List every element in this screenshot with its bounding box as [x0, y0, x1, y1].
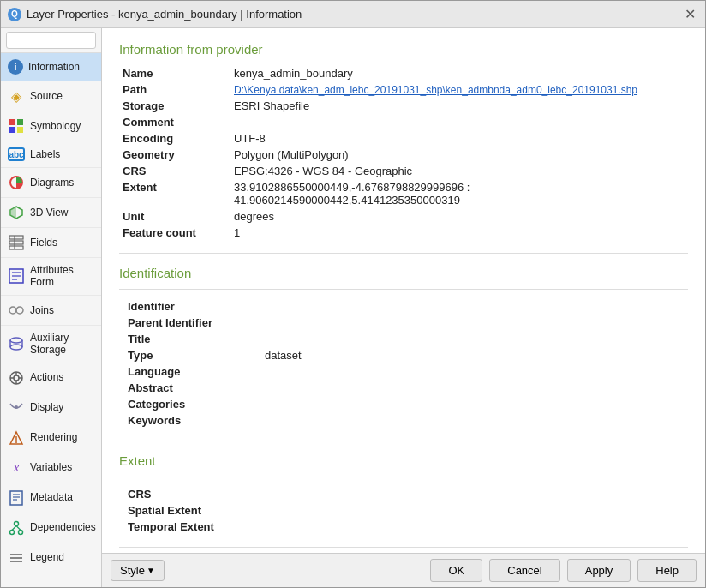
comment-value — [230, 114, 688, 130]
sidebar-item-legend[interactable]: Legend — [1, 543, 101, 573]
display-icon — [8, 399, 25, 417]
sidebar-item-labels[interactable]: abc Labels — [1, 141, 101, 168]
extent-spatial-row: Spatial Extent — [128, 502, 688, 519]
rendering-icon — [8, 429, 25, 447]
3dview-icon — [8, 204, 25, 221]
sidebar-item-fields[interactable]: Fields — [1, 228, 101, 258]
sidebar-item-label: Labels — [30, 148, 60, 160]
apply-button[interactable]: Apply — [567, 559, 631, 582]
encoding-label: Encoding — [119, 130, 230, 147]
attributes-form-icon — [8, 267, 25, 285]
style-button[interactable]: Style ▼ — [111, 560, 165, 581]
svg-rect-0 — [9, 119, 15, 125]
storage-label: Storage — [119, 98, 230, 114]
sidebar-item-label: Auxiliary Storage — [30, 332, 94, 357]
path-link[interactable]: D:\Kenya data\ken_adm_iebc_20191031_shp\… — [234, 84, 637, 96]
svg-rect-1 — [17, 119, 23, 125]
actions-icon — [8, 369, 25, 387]
sidebar-item-attributes-form[interactable]: Attributes Form — [1, 258, 101, 296]
svg-point-27 — [15, 405, 18, 409]
extent-value: 33.9102886550000449,-4.6768798829999696 … — [230, 179, 688, 208]
sidebar-item-variables[interactable]: x Variables — [1, 453, 101, 483]
ident-parent-row: Parent Identifier — [128, 315, 688, 331]
legend-icon — [8, 549, 25, 567]
sidebar-item-auxiliary-storage[interactable]: Auxiliary Storage — [1, 326, 101, 363]
svg-point-20 — [10, 345, 22, 350]
svg-point-15 — [9, 307, 16, 314]
sidebar-item-actions[interactable]: Actions — [1, 363, 101, 393]
sidebar-item-display[interactable]: Display — [1, 393, 101, 423]
search-bar[interactable] — [1, 28, 101, 53]
joins-icon — [8, 302, 25, 319]
language-label: Language — [128, 365, 265, 378]
svg-rect-9 — [9, 246, 23, 249]
sidebar: i Information ◈ Source Symbology — [1, 28, 102, 587]
sidebar-item-label: Attributes Form — [30, 264, 94, 289]
identification-table: Identifier Parent Identifier Title Type … — [128, 298, 688, 429]
source-icon: ◈ — [8, 87, 25, 105]
sidebar-item-label: Joins — [30, 304, 54, 316]
divider-extent-top — [119, 477, 688, 477]
svg-rect-8 — [9, 241, 23, 244]
svg-point-22 — [14, 375, 19, 381]
search-input[interactable] — [6, 32, 96, 49]
bottom-bar: Style ▼ OK Cancel Apply Help — [102, 553, 705, 587]
labels-icon: abc — [8, 147, 25, 161]
identification-section-title: Identification — [119, 266, 688, 280]
parent-identifier-label: Parent Identifier — [128, 316, 265, 329]
svg-line-39 — [16, 525, 21, 530]
svg-marker-6 — [10, 207, 16, 219]
information-icon: i — [8, 59, 23, 75]
svg-point-17 — [10, 338, 22, 343]
ident-title-row: Title — [128, 331, 688, 347]
sidebar-item-label: Display — [30, 401, 63, 413]
temporal-extent-label: Temporal Extent — [128, 520, 214, 533]
sidebar-item-3dview[interactable]: 3D View — [1, 198, 101, 228]
path-label: Path — [119, 81, 230, 98]
svg-point-30 — [15, 441, 17, 443]
feature-count-label: Feature count — [119, 225, 230, 241]
divider-identification — [119, 253, 688, 254]
help-button[interactable]: Help — [637, 559, 697, 582]
unit-value: degrees — [230, 208, 688, 225]
sidebar-item-source[interactable]: ◈ Source — [1, 81, 101, 111]
spatial-extent-label: Spatial Extent — [128, 504, 201, 517]
sidebar-item-label: Source — [30, 90, 63, 102]
cancel-button[interactable]: Cancel — [489, 559, 559, 582]
svg-rect-2 — [9, 127, 15, 133]
sidebar-item-diagrams[interactable]: Diagrams — [1, 168, 101, 198]
path-value: D:\Kenya data\ken_adm_iebc_20191031_shp\… — [230, 81, 688, 98]
provider-section-title: Information from provider — [119, 42, 688, 57]
ident-abstract-row: Abstract — [128, 380, 688, 396]
crs-label: CRS — [119, 163, 230, 179]
style-label: Style — [120, 564, 145, 577]
sidebar-item-label: Metadata — [30, 491, 73, 503]
sidebar-item-label: 3D View — [30, 207, 68, 219]
unit-label: Unit — [119, 208, 230, 225]
close-button[interactable]: ✕ — [681, 6, 698, 23]
content-scroll[interactable]: Information from provider Name kenya_adm… — [102, 28, 705, 553]
sidebar-item-label: Information — [28, 61, 80, 73]
diagrams-icon — [8, 174, 25, 191]
ident-keywords-row: Keywords — [128, 412, 688, 429]
sidebar-item-label: Rendering — [30, 431, 77, 443]
ident-language-row: Language — [128, 363, 688, 380]
svg-line-38 — [12, 525, 16, 530]
categories-label: Categories — [128, 398, 265, 411]
sidebar-item-joins[interactable]: Joins — [1, 296, 101, 326]
svg-rect-31 — [10, 491, 22, 505]
ok-button[interactable]: OK — [430, 559, 482, 582]
geometry-label: Geometry — [119, 147, 230, 163]
sidebar-item-dependencies[interactable]: Dependencies — [1, 513, 101, 543]
svg-point-37 — [19, 530, 23, 534]
sidebar-item-symbology[interactable]: Symbology — [1, 111, 101, 141]
bottom-buttons: OK Cancel Apply Help — [430, 559, 697, 582]
extent-crs-row: CRS — [128, 486, 688, 502]
sidebar-item-information[interactable]: i Information — [1, 53, 101, 81]
abstract-label: Abstract — [128, 381, 265, 394]
sidebar-item-rendering[interactable]: Rendering — [1, 423, 101, 453]
comment-label: Comment — [119, 114, 230, 130]
window-title: Layer Properties - kenya_admin_boundary … — [27, 8, 302, 21]
keywords-label: Keywords — [128, 414, 265, 427]
sidebar-item-metadata[interactable]: Metadata — [1, 483, 101, 513]
